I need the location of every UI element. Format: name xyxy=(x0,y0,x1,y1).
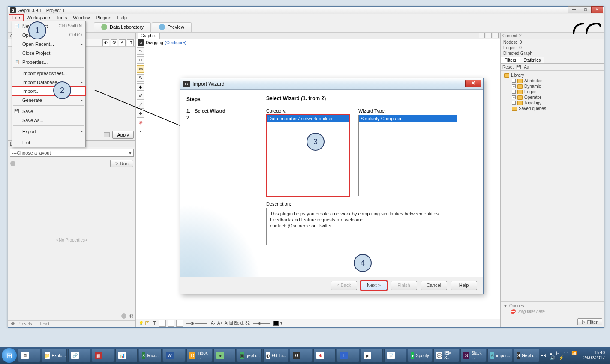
expand-icon[interactable]: + xyxy=(512,84,516,88)
font-label[interactable]: Arial Bold, 32 xyxy=(225,321,250,325)
menu-generate[interactable]: Generate xyxy=(12,95,85,104)
palette-icon[interactable]: ◐ xyxy=(102,39,109,46)
run-button[interactable]: ▷Run xyxy=(110,160,133,167)
filters-tree[interactable]: Library +Attributes +Dynamic +Edges +Ope… xyxy=(501,71,604,113)
clock[interactable]: 15:40 23/02/2017 xyxy=(583,350,605,361)
menu-import-spreadsheet[interactable]: Import spreadsheet... xyxy=(12,69,85,78)
tree-item[interactable]: Saved queries xyxy=(519,106,546,111)
tree-item[interactable]: Topology xyxy=(524,101,541,105)
menu-exit[interactable]: Exit xyxy=(12,138,85,147)
system-tray[interactable]: FR ▴ 🏳 ⬚ 📶 🔊 ⚡ 15:40 23/02/2017 xyxy=(541,350,608,361)
menu-new-project[interactable]: 📄New ProjectCtrl+Shift+N xyxy=(12,21,85,30)
menu-workspace[interactable]: Workspace xyxy=(24,15,53,21)
menu-open[interactable]: Open...Ctrl+O xyxy=(12,30,85,39)
reset-link[interactable]: Reset xyxy=(38,322,49,326)
view-option[interactable] xyxy=(479,33,485,38)
lang-indicator[interactable]: FR xyxy=(541,353,546,358)
size-icon[interactable]: ⦿ xyxy=(111,39,117,46)
expand-icon[interactable]: + xyxy=(512,101,516,105)
close-icon[interactable]: ✕ xyxy=(519,33,522,38)
wizard-type-listbox[interactable]: Similarity Computer xyxy=(358,115,457,196)
task-item[interactable]: 🔗 xyxy=(68,349,90,362)
brush-tool[interactable]: ✎ xyxy=(137,74,144,82)
task-item[interactable]: 📄 xyxy=(384,349,406,362)
edge-tool[interactable]: ／ xyxy=(137,101,144,109)
configure-link[interactable]: (Configure) xyxy=(165,40,186,45)
opt[interactable] xyxy=(176,320,183,327)
opt[interactable] xyxy=(159,320,166,327)
windows-taskbar[interactable]: ⊞ 🖥 📁Explo... 🔗 ▦ 📊 XMicr... W OInbox ..… xyxy=(0,347,610,364)
start-button[interactable]: ⊞ xyxy=(2,348,17,363)
key-icon[interactable]: ⚿ xyxy=(145,321,150,325)
category-listbox[interactable]: Data importer / network builder xyxy=(266,115,350,196)
cancel-button[interactable]: Cancel xyxy=(421,281,447,290)
tree-item[interactable]: Dynamic xyxy=(524,84,541,89)
expand-icon[interactable]: + xyxy=(512,90,516,94)
close-button[interactable]: ✕ xyxy=(591,6,603,13)
filter-button[interactable]: ▷Filter xyxy=(577,318,602,325)
color-swatch[interactable] xyxy=(273,321,279,326)
task-item[interactable]: 💬IBM S... xyxy=(433,349,459,362)
menu-close-project[interactable]: Close Project xyxy=(12,48,85,57)
color-tool[interactable]: ✐ xyxy=(137,92,144,100)
wizard-close-button[interactable]: ✕ xyxy=(465,80,481,87)
menu-plugins[interactable]: Plugins xyxy=(93,15,114,21)
label-size-icon[interactable]: тT xyxy=(127,39,134,46)
task-item[interactable]: ✱ xyxy=(313,349,336,362)
save-icon[interactable]: 💾 xyxy=(516,65,521,69)
export-icon[interactable]: Aa xyxy=(524,65,529,69)
menu-export[interactable]: Export xyxy=(12,127,85,136)
task-item[interactable]: 📊 xyxy=(115,349,138,362)
close-icon[interactable]: ✕ xyxy=(154,34,157,38)
menu-properties[interactable]: 📋Properties... xyxy=(12,57,85,66)
task-item[interactable]: ▦ xyxy=(92,349,114,362)
titlebar[interactable]: G Gephi 0.9.1 - Project 1 — □ ✕ xyxy=(8,7,604,14)
sizer-tool[interactable]: ◆ xyxy=(137,83,144,91)
menu-save-as[interactable]: Save As... xyxy=(12,116,85,125)
wrench-icon[interactable]: 🛠 xyxy=(11,322,15,326)
wizard-type-item-selected[interactable]: Similarity Computer xyxy=(359,115,457,122)
expand-tool[interactable]: ▾ xyxy=(137,128,144,136)
task-item[interactable]: T xyxy=(337,349,359,362)
view-option[interactable] xyxy=(486,33,492,38)
task-item[interactable]: GGephi... xyxy=(514,349,539,362)
move-tool[interactable]: ▭ xyxy=(137,65,144,73)
apply-button[interactable]: Apply xyxy=(112,131,134,139)
wizard-titlebar[interactable]: G Import Wizard ✕ xyxy=(180,78,483,90)
pointer-tool[interactable]: ↖ xyxy=(137,47,144,55)
graph-tab[interactable]: Graph ✕ xyxy=(138,33,160,39)
task-item[interactable]: OInbox ... xyxy=(186,349,212,362)
help-button[interactable]: Help xyxy=(451,281,477,290)
lightbulb-icon[interactable]: 💡 xyxy=(138,321,144,325)
menu-window[interactable]: Window xyxy=(70,15,93,21)
label-color-icon[interactable]: A xyxy=(119,39,126,46)
tree-item[interactable]: Operator xyxy=(524,95,541,100)
library-node[interactable]: Library xyxy=(511,73,524,78)
tab-data-laboratory[interactable]: Data Laboratory xyxy=(94,22,151,32)
presets-link[interactable]: Presets... xyxy=(18,322,36,326)
tree-item[interactable]: Edges xyxy=(524,90,536,94)
task-item[interactable]: XMicr... xyxy=(139,349,162,362)
task-item[interactable]: ⚛impor... xyxy=(487,349,512,362)
tray-icons[interactable]: ▴ 🏳 ⬚ 📶 🔊 ⚡ xyxy=(550,351,580,360)
tab-statistics[interactable]: Statistics xyxy=(520,57,544,63)
tab-preview[interactable]: Preview xyxy=(152,22,192,32)
back-button[interactable]: < Back xyxy=(331,281,357,290)
maximize-button[interactable]: □ xyxy=(580,6,592,13)
minimize-button[interactable]: — xyxy=(568,6,580,13)
task-item[interactable]: SSlack ... xyxy=(460,349,486,362)
task-item[interactable]: 📁Explo... xyxy=(42,349,67,362)
view-option[interactable] xyxy=(493,33,499,38)
rect-select-tool[interactable]: □ xyxy=(137,56,144,64)
task-item[interactable]: ●Spotify xyxy=(408,349,432,362)
drag-filter-target[interactable]: ⛔ Drag filter here xyxy=(503,308,601,315)
tree-item[interactable]: Attributes xyxy=(524,78,542,83)
task-item[interactable]: G xyxy=(290,349,312,362)
category-item-selected[interactable]: Data importer / network builder xyxy=(267,115,349,122)
task-item[interactable]: ▶ xyxy=(361,349,383,362)
reset-link[interactable]: Reset xyxy=(502,65,514,69)
task-item[interactable]: ● xyxy=(213,349,236,362)
menu-import-database[interactable]: Import Database xyxy=(12,78,85,87)
menu-save[interactable]: 💾Save xyxy=(12,107,85,116)
menu-import[interactable]: Import... xyxy=(12,87,85,95)
